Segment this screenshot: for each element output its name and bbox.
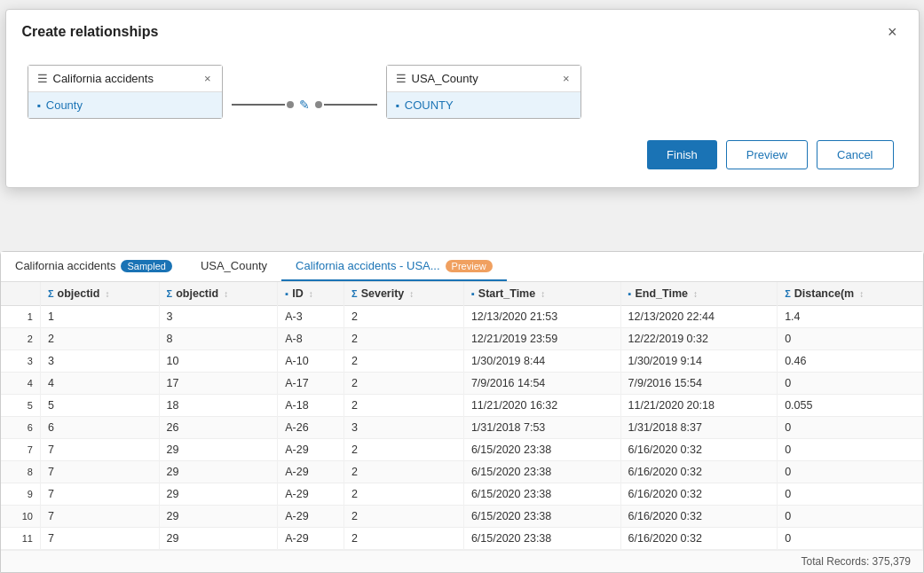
sort-icon-sev: ↕ <box>409 289 414 299</box>
cell-start-time: 11/21/2020 16:32 <box>463 395 620 417</box>
cell-end-time: 6/16/2020 0:32 <box>620 528 778 550</box>
table-header-row: Σobjectid↕ Σobjectid↕ ▪ID↕ ΣSeverity↕ ▪S… <box>1 282 923 306</box>
cell-severity: 2 <box>344 306 464 328</box>
col-end-time[interactable]: ▪End_Time↕ <box>620 282 778 306</box>
finish-button[interactable]: Finish <box>647 140 717 169</box>
table-row: 11 7 29 A-29 2 6/15/2020 23:38 6/16/2020… <box>1 528 923 550</box>
cell-id: A-29 <box>278 483 344 506</box>
cell-start-time: 12/21/2019 23:59 <box>463 328 620 350</box>
cell-objectid2: 26 <box>159 417 278 439</box>
cell-id: A-29 <box>278 506 344 528</box>
cell-severity: 2 <box>344 528 464 550</box>
total-records: Total Records: 375,379 <box>1 550 923 572</box>
cell-start-time: 6/15/2020 23:38 <box>463 483 620 506</box>
cell-id: A-18 <box>278 395 344 417</box>
cell-rownum: 6 <box>1 417 40 439</box>
tab-join-preview[interactable]: California accidents - USA... Preview <box>281 252 507 281</box>
cell-end-time: 6/16/2020 0:32 <box>620 483 778 506</box>
cell-rownum: 4 <box>1 373 40 395</box>
col-severity[interactable]: ΣSeverity↕ <box>344 282 464 306</box>
cell-start-time: 7/9/2016 14:54 <box>463 373 620 395</box>
left-table-title: ☰ California accidents <box>37 72 154 85</box>
sort-icon-id: ↕ <box>309 289 313 299</box>
col-start-time[interactable]: ▪Start_Time↕ <box>463 282 620 306</box>
table-icon-left: ☰ <box>37 72 48 85</box>
cell-objectid2: 18 <box>159 395 278 417</box>
left-table-close-button[interactable]: × <box>202 72 213 85</box>
cell-end-time: 6/16/2020 0:32 <box>620 461 778 483</box>
cell-start-time: 12/13/2020 21:53 <box>463 306 620 328</box>
sort-icon-2: ↕ <box>224 289 228 299</box>
left-table-field-name: County <box>46 98 83 112</box>
left-field-icon: ▪ <box>37 99 41 112</box>
cancel-button[interactable]: Cancel <box>817 140 893 169</box>
cell-id: A-29 <box>278 528 344 550</box>
cell-rownum: 5 <box>1 395 40 417</box>
col-objectid1[interactable]: Σobjectid↕ <box>40 282 159 306</box>
right-table-field-name: COUNTY <box>405 98 454 112</box>
line-right <box>324 104 377 106</box>
left-table-card: ☰ California accidents × ▪ County <box>28 65 223 119</box>
connector-dot-left <box>287 101 294 108</box>
cell-objectid2: 29 <box>159 528 278 550</box>
dialog-header: Create relationships × <box>6 10 919 51</box>
cell-objectid1: 3 <box>40 350 159 373</box>
cell-rownum: 11 <box>1 528 40 550</box>
connector-dot-right <box>315 101 322 108</box>
col-sigma-icon-1: Σ <box>48 288 54 299</box>
table-row: 1 1 3 A-3 2 12/13/2020 21:53 12/13/2020 … <box>1 306 923 328</box>
cell-distance: 0.46 <box>778 350 923 373</box>
cell-distance: 0 <box>778 328 923 350</box>
right-table-close-button[interactable]: × <box>561 72 572 85</box>
cell-objectid1: 4 <box>40 373 159 395</box>
cell-end-time: 12/13/2020 22:44 <box>620 306 778 328</box>
cell-severity: 2 <box>344 350 464 373</box>
col-sigma-icon-dist: Σ <box>785 288 791 299</box>
col-distance[interactable]: ΣDistance(m↕ <box>778 282 923 306</box>
tab-california-accidents[interactable]: California accidents Sampled <box>1 252 186 281</box>
cell-id: A-29 <box>278 439 344 461</box>
col-id[interactable]: ▪ID↕ <box>278 282 344 306</box>
cell-severity: 2 <box>344 461 464 483</box>
table-icon-right: ☰ <box>396 72 407 85</box>
cell-rownum: 1 <box>1 306 40 328</box>
cell-objectid2: 10 <box>159 350 278 373</box>
cell-start-time: 6/15/2020 23:38 <box>463 506 620 528</box>
tab-usa-county[interactable]: USA_County <box>186 252 281 281</box>
col-sigma-icon-sev: Σ <box>351 288 358 299</box>
cell-id: A-29 <box>278 461 344 483</box>
cell-rownum: 8 <box>1 461 40 483</box>
create-relationships-dialog: Create relationships × ☰ California acci… <box>5 9 920 188</box>
col-bar-icon-id: ▪ <box>285 288 288 299</box>
cell-rownum: 10 <box>1 506 40 528</box>
tab-ca-badge: Sampled <box>121 260 171 272</box>
left-table-name: California accidents <box>53 72 154 85</box>
tab-join-badge: Preview <box>446 260 493 272</box>
right-table-name: USA_County <box>412 72 478 85</box>
cell-objectid1: 2 <box>40 328 159 350</box>
cell-objectid1: 7 <box>40 483 159 506</box>
preview-button[interactable]: Preview <box>726 140 808 169</box>
dialog-close-button[interactable]: × <box>882 22 903 42</box>
col-objectid2[interactable]: Σobjectid↕ <box>159 282 278 306</box>
cell-id: A-3 <box>278 306 344 328</box>
tables-area: ☰ California accidents × ▪ County <box>28 65 897 119</box>
button-area: Finish Preview Cancel <box>28 140 897 169</box>
tab-join-label: California accidents - USA... <box>296 259 440 272</box>
col-rownum <box>1 282 40 306</box>
cell-objectid1: 6 <box>40 417 159 439</box>
cell-end-time: 1/31/2018 8:37 <box>620 417 778 439</box>
table-row: 7 7 29 A-29 2 6/15/2020 23:38 6/16/2020 … <box>1 439 923 461</box>
table-row: 3 3 10 A-10 2 1/30/2019 8:44 1/30/2019 9… <box>1 350 923 373</box>
table-row: 8 7 29 A-29 2 6/15/2020 23:38 6/16/2020 … <box>1 461 923 483</box>
cell-distance: 0 <box>778 373 923 395</box>
connector-edit-button[interactable]: ✎ <box>299 98 310 112</box>
line-left <box>232 104 285 106</box>
right-table-header: ☰ USA_County × <box>387 66 580 92</box>
cell-end-time: 1/30/2019 9:14 <box>620 350 778 373</box>
table-row: 6 6 26 A-26 3 1/31/2018 7:53 1/31/2018 8… <box>1 417 923 439</box>
cell-objectid2: 29 <box>159 439 278 461</box>
cell-objectid1: 7 <box>40 439 159 461</box>
cell-end-time: 11/21/2020 20:18 <box>620 395 778 417</box>
sort-icon-1: ↕ <box>105 289 109 299</box>
